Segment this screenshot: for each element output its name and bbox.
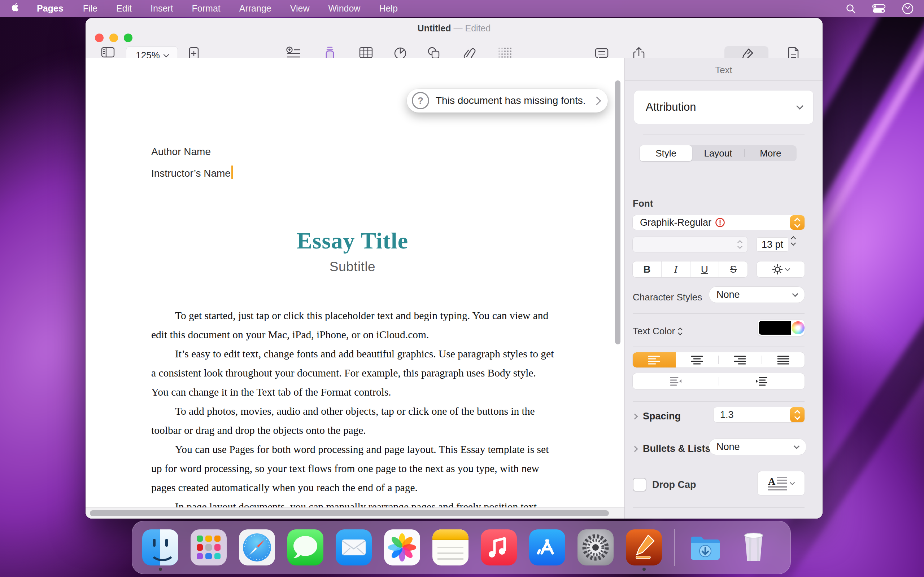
spacing-row: Spacing	[633, 411, 681, 422]
menu-window[interactable]: Window	[319, 3, 370, 14]
font-size-stepper[interactable]	[792, 237, 795, 245]
color-wheel-icon[interactable]	[792, 321, 804, 334]
vertical-scrollbar[interactable]	[615, 81, 620, 344]
font-size-field[interactable]: 13 pt	[757, 238, 788, 251]
font-family-field[interactable]: Graphik-Regular	[633, 215, 804, 230]
menu-format[interactable]: Format	[183, 3, 230, 14]
bold-button[interactable]: B	[633, 264, 661, 275]
indent-button[interactable]	[719, 373, 805, 389]
body-text[interactable]: To get started, just tap or click this p…	[151, 306, 555, 508]
typeface-field[interactable]	[633, 237, 748, 252]
dock	[132, 521, 791, 574]
character-styles-label: Character Styles	[633, 292, 702, 303]
gear-icon	[772, 264, 783, 275]
paragraph[interactable]: In page layout documents, you can manual…	[151, 497, 555, 508]
menu-help[interactable]: Help	[370, 3, 407, 14]
spacing-stepper[interactable]	[790, 407, 804, 422]
align-center-button[interactable]	[676, 352, 719, 367]
dock-downloads-icon[interactable]	[687, 529, 723, 566]
underline-button[interactable]: U	[690, 264, 719, 275]
sidebar-panel-title: Text	[625, 64, 822, 76]
apple-logo-icon	[11, 3, 19, 13]
disclosure-icon[interactable]	[632, 446, 638, 452]
chevron-right-icon[interactable]	[592, 96, 601, 105]
strikethrough-button[interactable]: S	[719, 264, 748, 275]
outdent-button[interactable]	[633, 373, 719, 389]
dock-appstore-icon[interactable]	[529, 529, 565, 566]
spacing-dropdown[interactable]: 1.3	[714, 407, 804, 422]
menu-view[interactable]: View	[281, 3, 319, 14]
dock-photos-icon[interactable]	[384, 529, 420, 566]
disclosure-icon[interactable]	[632, 413, 638, 419]
text-color-well[interactable]	[758, 320, 804, 336]
align-justify-button[interactable]	[762, 352, 805, 367]
dock-messages-icon[interactable]	[287, 529, 323, 566]
paragraph-style-selector[interactable]: Attribution	[634, 90, 813, 124]
title-block[interactable]: Essay Title Subtitle	[151, 227, 554, 274]
paragraph[interactable]: To add photos, movies, audio and other o…	[151, 402, 555, 440]
minimize-button[interactable]	[109, 34, 118, 42]
essay-subtitle[interactable]: Subtitle	[151, 259, 554, 274]
menu-insert[interactable]: Insert	[141, 3, 183, 14]
chevron-down-icon	[792, 291, 798, 297]
title-separator: —	[454, 23, 463, 33]
window-titlebar: Untitled — Edited 125%	[86, 18, 822, 58]
close-button[interactable]	[95, 34, 103, 42]
menu-arrange[interactable]: Arrange	[230, 3, 281, 14]
menu-edit[interactable]: Edit	[107, 3, 141, 14]
paragraph[interactable]: It’s easy to edit text, change fonts and…	[151, 344, 555, 402]
menu-file[interactable]: File	[74, 3, 107, 14]
dock-mail-icon[interactable]	[336, 529, 372, 566]
author-block[interactable]: Author Name Instructor’s Name	[151, 141, 233, 184]
chevron-down-icon	[794, 443, 800, 449]
align-left-button[interactable]	[633, 352, 676, 367]
clock-icon[interactable]	[901, 3, 914, 15]
updown-icon[interactable]	[678, 328, 682, 335]
bullets-row: Bullets & Lists	[633, 443, 711, 455]
font-size-value: 13 pt	[762, 239, 783, 250]
bullets-dropdown[interactable]: None	[709, 439, 806, 455]
table-icon[interactable]	[359, 46, 373, 59]
paragraph[interactable]: To get started, just tap or click this p…	[151, 306, 555, 344]
font-family-stepper[interactable]	[790, 215, 804, 230]
character-styles-dropdown[interactable]: None	[709, 287, 804, 303]
missing-fonts-alert[interactable]: ? This document has missing fonts.	[407, 89, 608, 113]
dock-notes-icon[interactable]	[432, 529, 468, 566]
dock-safari-icon[interactable]	[239, 529, 275, 566]
tab-style[interactable]: Style	[640, 145, 692, 161]
tab-layout[interactable]: Layout	[692, 145, 744, 161]
svg-text:A: A	[768, 475, 775, 487]
control-center-icon[interactable]	[872, 3, 886, 14]
search-icon[interactable]	[845, 3, 856, 14]
dock-settings-icon[interactable]	[577, 529, 614, 566]
advanced-font-options-button[interactable]	[757, 261, 804, 277]
dock-pages-icon[interactable]	[626, 529, 662, 566]
document-canvas[interactable]: ? This document has missing fonts. Autho…	[86, 58, 624, 519]
dock-launchpad-icon[interactable]	[191, 529, 227, 566]
text-color-swatch[interactable]	[759, 321, 791, 335]
dock-trash-icon[interactable]	[736, 529, 772, 566]
chevron-down-icon	[790, 480, 795, 485]
paragraph[interactable]: You can use Pages for both word processi…	[151, 440, 555, 497]
apple-menu[interactable]	[0, 3, 26, 15]
drop-cap-style-button[interactable]: A	[758, 471, 804, 495]
menu-pages[interactable]: Pages	[26, 3, 74, 14]
document-title: Untitled	[418, 23, 451, 33]
dock-music-icon[interactable]	[481, 529, 517, 566]
tab-more[interactable]: More	[745, 145, 796, 161]
horizontal-scrollbar[interactable]	[90, 510, 609, 516]
view-sidebar-toggle-icon[interactable]	[101, 46, 115, 58]
indent-buttons	[633, 373, 804, 389]
align-right-button[interactable]	[719, 352, 762, 367]
drop-cap-checkbox[interactable]	[633, 478, 646, 492]
instructor-name-line[interactable]: Instructor’s Name	[151, 163, 233, 184]
essay-title[interactable]: Essay Title	[151, 227, 554, 254]
font-family-value: Graphik-Regular	[640, 217, 711, 228]
dock-finder-icon[interactable]	[142, 529, 178, 566]
help-icon[interactable]: ?	[412, 92, 429, 109]
typeface-stepper-icon	[738, 241, 742, 248]
missing-fonts-text: This document has missing fonts.	[436, 95, 586, 106]
zoom-button[interactable]	[124, 34, 132, 42]
italic-button[interactable]: I	[662, 264, 690, 275]
author-name-line[interactable]: Author Name	[151, 141, 233, 163]
